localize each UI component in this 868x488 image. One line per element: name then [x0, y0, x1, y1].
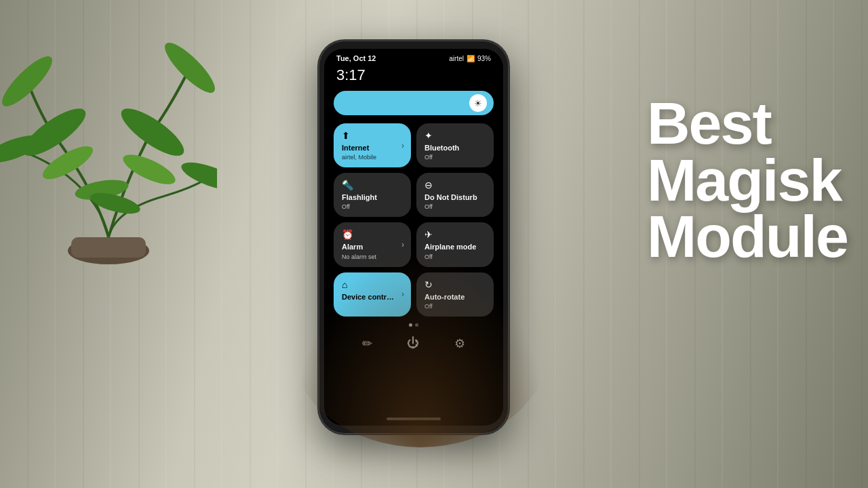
airplane-label: Airplane mode	[425, 243, 486, 251]
flashlight-label: Flashlight	[342, 193, 403, 202]
device-control-icon: ⌂	[342, 279, 403, 290]
flashlight-sub: Off	[342, 203, 403, 210]
page-dots	[324, 319, 503, 331]
dnd-sub: Off	[425, 203, 486, 210]
signal-icon: 📶	[467, 55, 475, 62]
alarm-arrow: ›	[401, 240, 404, 249]
autorotate-icon: ↻	[425, 279, 486, 290]
internet-icon: ⬆	[342, 130, 403, 141]
status-bar: Tue, Oct 12 airtel 📶 93%	[324, 49, 503, 65]
svg-point-3	[115, 101, 191, 164]
bluetooth-sub: Off	[425, 154, 486, 161]
airplane-icon: ✈	[425, 229, 486, 240]
phone-screen: Tue, Oct 12 airtel 📶 93% 3:17 ☀	[324, 49, 503, 426]
status-right: airtel 📶 93%	[449, 55, 491, 62]
phone-shell: Tue, Oct 12 airtel 📶 93% 3:17 ☀	[319, 41, 509, 434]
edit-icon[interactable]: ✏	[362, 336, 372, 351]
battery-label: 93%	[477, 55, 491, 62]
autorotate-sub: Off	[425, 303, 486, 310]
alarm-label: Alarm	[342, 243, 403, 251]
dot-1	[409, 323, 412, 327]
status-date: Tue, Oct 12	[336, 54, 376, 62]
quick-tiles-grid: ⬆ Internet airtel, Mobile › ✦ Bluetooth …	[324, 121, 503, 319]
svg-rect-1	[71, 237, 146, 258]
tile-internet[interactable]: ⬆ Internet airtel, Mobile ›	[334, 123, 411, 167]
overlay-line3: Module	[647, 208, 848, 265]
svg-point-5	[159, 37, 217, 99]
brightness-row: ☀	[324, 85, 503, 121]
settings-icon[interactable]: ⚙	[454, 336, 465, 351]
bluetooth-icon: ✦	[425, 130, 486, 141]
alarm-sub: No alarm set	[342, 253, 403, 260]
phone-container: Tue, Oct 12 airtel 📶 93% 3:17 ☀	[292, 41, 536, 461]
autorotate-label: Auto-rotate	[425, 293, 486, 302]
time-display: 3:17	[324, 65, 503, 85]
bottom-icons-row: ✏ ⏻ ⚙	[324, 331, 503, 357]
home-indicator	[387, 418, 441, 420]
dnd-label: Do Not Disturb	[425, 193, 486, 202]
svg-point-4	[0, 50, 58, 113]
flashlight-icon: 🔦	[342, 180, 403, 190]
internet-sub: airtel, Mobile	[342, 154, 403, 161]
tile-flashlight[interactable]: 🔦 Flashlight Off	[334, 173, 411, 217]
brightness-thumb: ☀	[469, 94, 487, 112]
dot-2	[415, 323, 418, 327]
tile-autorotate[interactable]: ↻ Auto-rotate Off	[416, 272, 494, 317]
brightness-slider[interactable]: ☀	[334, 91, 494, 115]
overlay-text: Best Magisk Module	[647, 95, 848, 265]
tile-alarm[interactable]: ⏰ Alarm No alarm set ›	[334, 222, 411, 266]
overlay-line2: Magisk	[647, 152, 848, 209]
bluetooth-label: Bluetooth	[425, 144, 486, 152]
alarm-icon: ⏰	[342, 229, 403, 240]
brightness-icon: ☀	[474, 98, 482, 108]
tile-dnd[interactable]: ⊖ Do Not Disturb Off	[416, 173, 494, 217]
tile-airplane[interactable]: ✈ Airplane mode Off	[416, 222, 494, 266]
overlay-line1: Best	[647, 95, 848, 152]
airplane-sub: Off	[425, 253, 486, 260]
dnd-icon: ⊖	[425, 180, 486, 190]
carrier-label: airtel	[449, 55, 464, 62]
power-icon[interactable]: ⏻	[407, 336, 419, 351]
internet-label: Internet	[342, 144, 403, 152]
tile-device-control[interactable]: ⌂ Device contr… ›	[334, 272, 411, 317]
internet-arrow: ›	[401, 141, 404, 150]
device-control-arrow: ›	[401, 289, 404, 299]
plant-decoration	[0, 0, 217, 271]
tile-bluetooth[interactable]: ✦ Bluetooth Off	[416, 123, 494, 167]
device-control-label: Device contr…	[342, 293, 403, 302]
